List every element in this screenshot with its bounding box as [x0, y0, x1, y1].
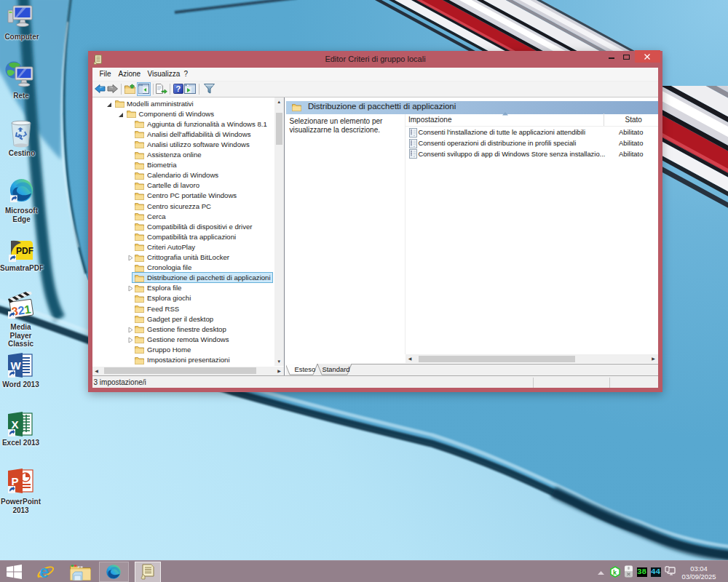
svg-text:X: X	[12, 418, 19, 431]
svg-text:?: ?	[175, 84, 181, 93]
svg-text:P: P	[12, 475, 19, 487]
svg-text:Esteso: Esteso	[294, 365, 315, 373]
svg-text:W: W	[11, 359, 22, 372]
svg-text:Standard: Standard	[322, 365, 349, 373]
svg-text:e: e	[39, 563, 49, 581]
svg-text:PDF: PDF	[16, 246, 33, 256]
